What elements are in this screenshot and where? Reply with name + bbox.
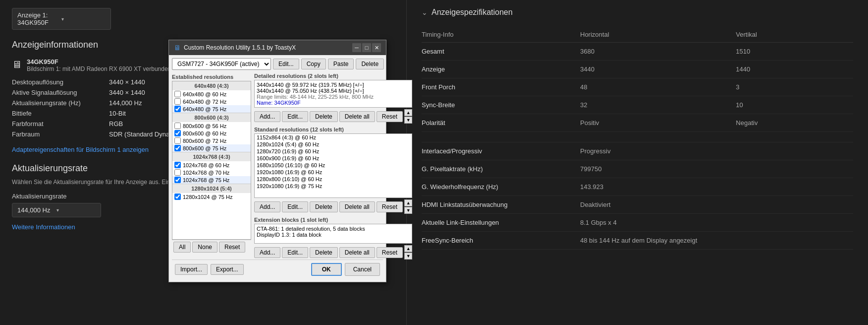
- detail-item-0: 3440x1440 @ 59.972 Hz (319.75 MHz) [+/−]: [257, 82, 410, 88]
- export-button[interactable]: Export...: [211, 264, 244, 275]
- row-h: 32: [580, 96, 736, 114]
- ext-item-1: DisplayID 1.3: 1 data block: [257, 232, 410, 238]
- row-h: 48: [580, 78, 736, 96]
- prop-label-4: Farbformat: [12, 120, 101, 128]
- row-h: 48 bis 144 Hz auf dem Display angezeigt: [580, 232, 853, 250]
- res-checkbox[interactable]: [174, 98, 181, 105]
- dialog-close-button[interactable]: ✕: [372, 43, 381, 52]
- edit-button[interactable]: Edit...: [273, 59, 299, 69]
- res-checkbox[interactable]: [174, 123, 181, 129]
- res-checkbox[interactable]: [174, 177, 181, 183]
- dialog-body: GSM7727 - 34GK950F (active) Edit... Copy…: [169, 55, 386, 282]
- footer-right-buttons: OK Cancel: [311, 263, 380, 276]
- row-label: FreeSync-Bereich: [422, 232, 580, 250]
- established-list: 640x480 (4:3) 640x480 @ 60 Hz 640x480 @ …: [172, 81, 251, 240]
- dialog-restore-button[interactable]: □: [362, 43, 371, 52]
- res-checkbox[interactable]: [174, 169, 181, 176]
- right-panel: ⌄ Anzeigespezifikationen Timing-Info Hor…: [406, 0, 868, 325]
- res-checkbox[interactable]: [174, 106, 181, 112]
- std-scroll-up[interactable]: ▲: [404, 199, 412, 206]
- std-scroll-down[interactable]: ▼: [404, 207, 412, 214]
- group-label-3: 1280x1024 (5:4): [172, 184, 251, 193]
- dialog-minimize-button[interactable]: ─: [352, 43, 361, 52]
- dialog-title: Custom Resolution Utility 1.5.1 by Toast…: [184, 44, 352, 51]
- std-reset-button[interactable]: Reset: [377, 201, 403, 212]
- weitere-informationen-link[interactable]: Weitere Informationen: [12, 223, 75, 231]
- res-checkbox[interactable]: [174, 137, 181, 144]
- ext-delete-all-button[interactable]: Delete all: [339, 247, 375, 258]
- prop-label-3: Bittiefe: [12, 110, 101, 117]
- std-edit-button[interactable]: Edit...: [282, 201, 308, 212]
- standard-section: Standard resolutions (12 slots left) 115…: [254, 127, 412, 214]
- dialog-window-controls: ─ □ ✕: [352, 43, 381, 52]
- standard-list[interactable]: 1152x864 (4:3) @ 60 Hz 1280x1024 (5:4) @…: [254, 133, 412, 198]
- monitor-subtitle: Bildschirm 1: mit AMD Radeon RX 6900 XT …: [27, 65, 171, 72]
- std-add-button[interactable]: Add...: [254, 201, 280, 212]
- col-header-label: Timing-Info: [422, 27, 580, 43]
- chevron-down-icon: ▾: [61, 16, 106, 22]
- import-button[interactable]: Import...: [175, 264, 208, 275]
- detail-delete-all-button[interactable]: Delete all: [339, 111, 375, 122]
- dialog-panes: Established resolutions 640x480 (4:3) 64…: [172, 73, 383, 260]
- all-button[interactable]: All: [173, 242, 191, 253]
- row-v: 3: [736, 78, 853, 96]
- std-delete-all-button[interactable]: Delete all: [339, 201, 375, 212]
- ok-button[interactable]: OK: [311, 263, 342, 276]
- res-checkbox[interactable]: [174, 91, 181, 97]
- table-row: Anzeige 3440 1440: [422, 61, 853, 78]
- paste-button[interactable]: Paste: [328, 59, 354, 69]
- col-header-h: Horizontal: [580, 27, 736, 43]
- detail-scroll-down[interactable]: ▼: [404, 117, 412, 124]
- res-checkbox[interactable]: [174, 194, 181, 200]
- detail-delete-button[interactable]: Delete: [310, 111, 338, 122]
- row-h: 143.923: [580, 178, 853, 196]
- cancel-button[interactable]: Cancel: [345, 263, 380, 276]
- res-checkbox[interactable]: [174, 162, 181, 168]
- row-label: Anzeige: [422, 61, 580, 78]
- footer-left-buttons: Import... Export...: [175, 264, 244, 275]
- spec-chevron-icon[interactable]: ⌄: [422, 8, 428, 16]
- none-button[interactable]: None: [192, 242, 217, 253]
- ext-edit-button[interactable]: Edit...: [282, 247, 308, 258]
- copy-button[interactable]: Copy: [301, 59, 326, 69]
- detail-scroll-up[interactable]: ▲: [404, 109, 412, 116]
- ext-scroll-arrows: ▲ ▼: [404, 245, 412, 260]
- row-v: Negativ: [736, 114, 853, 132]
- detail-buttons-row: Add... Edit... Delete Delete all Reset ▲…: [254, 109, 412, 124]
- row-h: 3440: [580, 61, 736, 78]
- adapter-properties-link[interactable]: Adaptereigenschaften für Bildschirm 1 an…: [12, 146, 149, 153]
- table-row: Sync-Breite 32 10: [422, 96, 853, 114]
- display-selector[interactable]: Anzeige 1: 34GK950F ▾: [12, 8, 111, 30]
- res-checkbox[interactable]: [174, 145, 181, 151]
- ext-delete-button[interactable]: Delete: [310, 247, 338, 258]
- delete-button[interactable]: Delete: [356, 59, 384, 69]
- dialog-titlebar: 🖥 Custom Resolution Utility 1.5.1 by Toa…: [169, 40, 386, 55]
- row-h: 799750: [580, 160, 853, 178]
- detail-add-button[interactable]: Add...: [254, 111, 280, 122]
- row-h: 8.1 Gbps x 4: [580, 214, 853, 232]
- monitor-dropdown[interactable]: GSM7727 - 34GK950F (active): [172, 58, 271, 70]
- res-checkbox[interactable]: [174, 130, 181, 136]
- ext-scroll-up[interactable]: ▲: [404, 245, 412, 252]
- res-item: 1024x768 @ 75 Hz: [172, 176, 251, 184]
- detail-edit-button[interactable]: Edit...: [282, 111, 308, 122]
- ext-scroll-down[interactable]: ▼: [404, 253, 412, 260]
- prop-label-5: Farbraum: [12, 130, 101, 138]
- table-row: Aktuelle Link-Einstellungen 8.1 Gbps x 4: [422, 214, 853, 232]
- detail-reset-button[interactable]: Reset: [377, 111, 403, 122]
- reset-established-button[interactable]: Reset: [219, 242, 245, 253]
- ext-reset-button[interactable]: Reset: [377, 247, 403, 258]
- display-selector-label: Anzeige 1: 34GK950F: [17, 11, 61, 26]
- row-label: Sync-Breite: [422, 96, 580, 114]
- ext-item-0: CTA-861: 1 detailed resolution, 5 data b…: [257, 226, 410, 232]
- rate-select[interactable]: 144,000 Hz ▾: [12, 203, 101, 217]
- std-item-4: 1680x1050 (16:10) @ 60 Hz: [255, 162, 412, 169]
- row-label: Polarität: [422, 114, 580, 132]
- dialog-footer: Import... Export... OK Cancel: [172, 260, 383, 279]
- res-item: 800x600 @ 60 Hz: [172, 130, 251, 137]
- extension-title: Extension blocks (1 slot left): [254, 217, 412, 223]
- std-delete-button[interactable]: Delete: [310, 201, 338, 212]
- std-item-5: 1920x1080 (16:9) @ 60 Hz: [255, 169, 412, 176]
- ext-add-button[interactable]: Add...: [254, 247, 280, 258]
- table-row: Gesamt 3680 1510: [422, 43, 853, 61]
